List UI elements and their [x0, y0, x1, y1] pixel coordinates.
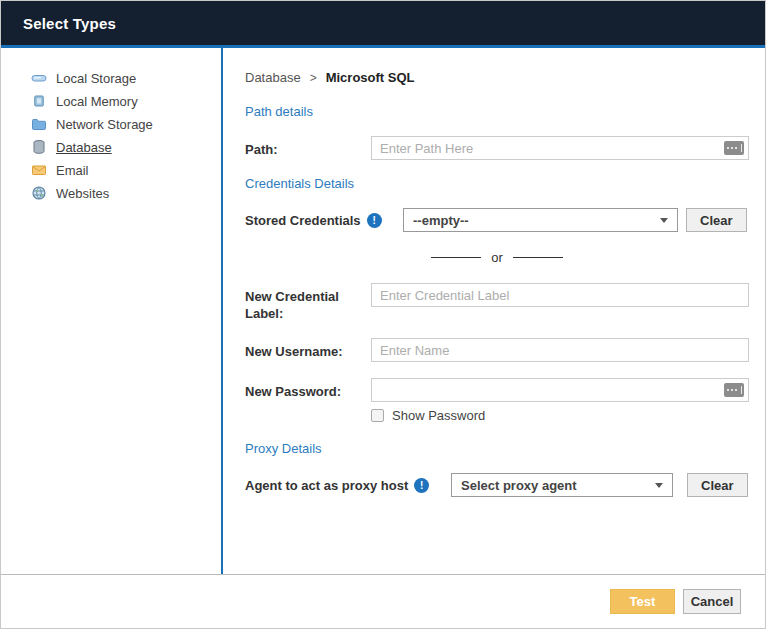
dialog-body: Local Storage Local Memory Network Stora… — [1, 48, 765, 574]
dialog-title: Select Types — [23, 15, 116, 32]
proxy-agent-label: Agent to act as proxy host — [245, 477, 408, 494]
sidebar-item-label: Database — [56, 140, 112, 155]
path-details-heading: Path details — [245, 104, 749, 119]
type-sidebar: Local Storage Local Memory Network Stora… — [1, 48, 221, 574]
folder-icon — [31, 116, 47, 132]
hard-drive-icon — [31, 70, 47, 86]
path-expand-ellipsis-icon[interactable] — [724, 141, 744, 155]
new-password-row: New Password: — [245, 378, 749, 402]
breadcrumb: Database > Microsoft SQL — [245, 70, 749, 85]
show-password-checkbox[interactable] — [371, 409, 384, 422]
proxy-agent-clear-button[interactable]: Clear — [687, 473, 748, 497]
stored-credentials-clear-button[interactable]: Clear — [686, 208, 747, 232]
sidebar-item-email[interactable]: Email — [31, 162, 221, 178]
sidebar-item-label: Local Memory — [56, 94, 138, 109]
new-credential-label-label: New Credential Label: — [245, 283, 371, 322]
credentials-details-heading: Credentials Details — [245, 176, 749, 191]
new-password-label: New Password: — [245, 378, 371, 400]
sidebar-item-websites[interactable]: Websites — [31, 185, 221, 201]
stored-credentials-label: Stored Credentials — [245, 212, 361, 229]
new-credential-label-row: New Credential Label: — [245, 283, 749, 322]
sidebar-item-label: Local Storage — [56, 71, 136, 86]
dialog-footer: Test Cancel — [1, 574, 765, 628]
chevron-down-icon — [660, 218, 668, 223]
select-types-dialog: Select Types Local Storage Local Memory — [0, 0, 766, 629]
stored-credentials-dropdown[interactable]: --empty-- — [403, 208, 678, 232]
stored-credentials-value: --empty-- — [413, 213, 469, 228]
new-username-row: New Username: — [245, 338, 749, 362]
proxy-agent-row: Agent to act as proxy host ! Select prox… — [245, 473, 749, 497]
info-icon[interactable]: ! — [414, 478, 429, 493]
sidebar-item-local-memory[interactable]: Local Memory — [31, 93, 221, 109]
new-username-input[interactable] — [371, 338, 749, 362]
sidebar-item-label: Websites — [56, 186, 109, 201]
show-password-label: Show Password — [392, 408, 485, 423]
new-password-input[interactable] — [371, 378, 749, 402]
sidebar-item-label: Email — [56, 163, 89, 178]
memory-chip-icon — [31, 93, 47, 109]
info-icon[interactable]: ! — [367, 213, 382, 228]
sidebar-item-label: Network Storage — [56, 117, 153, 132]
show-password-row: Show Password — [371, 408, 749, 423]
cancel-button[interactable]: Cancel — [683, 589, 741, 614]
path-row: Path: — [245, 136, 749, 160]
globe-icon — [31, 185, 47, 201]
or-divider: or — [245, 250, 749, 265]
sidebar-item-database[interactable]: Database — [31, 139, 221, 155]
type-detail-panel: Database > Microsoft SQL Path details Pa… — [223, 48, 765, 574]
breadcrumb-parent[interactable]: Database — [245, 70, 301, 85]
new-username-label: New Username: — [245, 338, 371, 360]
breadcrumb-current: Microsoft SQL — [326, 70, 415, 85]
or-text: or — [491, 250, 503, 265]
proxy-agent-value: Select proxy agent — [461, 478, 577, 493]
new-credential-label-input[interactable] — [371, 283, 749, 307]
chevron-down-icon — [655, 483, 663, 488]
stored-credentials-label-group: Stored Credentials ! — [245, 208, 403, 229]
divider-line — [513, 257, 563, 258]
path-input[interactable] — [371, 136, 749, 160]
sidebar-item-local-storage[interactable]: Local Storage — [31, 70, 221, 86]
proxy-details-heading: Proxy Details — [245, 441, 749, 456]
path-label: Path: — [245, 136, 371, 158]
stored-credentials-row: Stored Credentials ! --empty-- Clear — [245, 208, 749, 232]
sidebar-item-network-storage[interactable]: Network Storage — [31, 116, 221, 132]
breadcrumb-separator-icon: > — [310, 71, 317, 85]
password-expand-ellipsis-icon[interactable] — [724, 383, 744, 397]
proxy-agent-label-group: Agent to act as proxy host ! — [245, 473, 451, 494]
test-button[interactable]: Test — [610, 589, 675, 614]
database-icon — [31, 139, 47, 155]
envelope-icon — [31, 162, 47, 178]
divider-line — [431, 257, 481, 258]
proxy-agent-dropdown[interactable]: Select proxy agent — [451, 473, 673, 497]
dialog-header: Select Types — [1, 1, 765, 45]
